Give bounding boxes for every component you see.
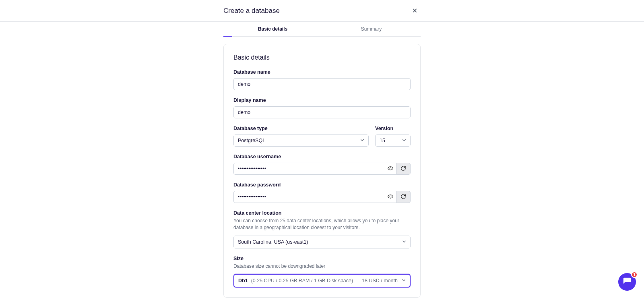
- modal-title: Create a database: [223, 7, 280, 15]
- db-username-label: Database username: [233, 154, 411, 159]
- db-username-input[interactable]: [233, 163, 384, 175]
- location-value: South Carolina, USA (us-east1): [238, 239, 308, 245]
- size-spec: (0.25 CPU / 0.25 GB RAM / 1 GB Disk spac…: [251, 278, 353, 284]
- refresh-icon: [400, 194, 406, 201]
- close-button[interactable]: ✕: [409, 5, 421, 16]
- chevron-down-icon: [402, 278, 406, 284]
- size-help: Database size cannot be downgraded later: [233, 263, 411, 270]
- reveal-username-button[interactable]: [384, 163, 396, 175]
- tab-summary[interactable]: Summary: [322, 22, 421, 36]
- regenerate-password-button[interactable]: [396, 191, 411, 203]
- tab-basic-details[interactable]: Basic details: [223, 22, 322, 36]
- tab-underline: [223, 36, 232, 37]
- support-chat-button[interactable]: 1: [618, 273, 636, 291]
- refresh-icon: [400, 166, 406, 172]
- svg-point-0: [390, 168, 391, 169]
- db-name-label: Database name: [233, 69, 411, 75]
- display-name-input[interactable]: [233, 106, 411, 118]
- db-type-label: Database type: [233, 126, 369, 131]
- db-password-label: Database password: [233, 182, 411, 188]
- basic-details-panel: Basic details Database name Display name…: [223, 44, 421, 298]
- svg-point-1: [390, 196, 391, 197]
- section-title: Basic details: [233, 54, 411, 61]
- chat-icon: [623, 277, 632, 287]
- location-label: Data center location: [233, 210, 411, 216]
- db-name-input[interactable]: [233, 78, 411, 90]
- eye-icon: [388, 166, 393, 172]
- location-select[interactable]: South Carolina, USA (us-east1): [233, 236, 411, 248]
- eye-icon: [388, 194, 393, 201]
- close-icon: ✕: [412, 7, 417, 14]
- modal-header: Create a database ✕: [0, 0, 644, 22]
- chevron-down-icon: [402, 239, 406, 245]
- regenerate-username-button[interactable]: [396, 163, 411, 175]
- size-price: 18 USD / month: [362, 278, 398, 284]
- chevron-down-icon: [360, 138, 364, 143]
- size-name: Db1: [238, 278, 248, 284]
- version-value: 15: [380, 138, 385, 143]
- db-type-select[interactable]: PostgreSQL: [233, 135, 369, 147]
- size-label: Size: [233, 256, 411, 261]
- db-type-value: PostgreSQL: [238, 138, 265, 143]
- wizard-tabs: Basic details Summary: [223, 22, 421, 37]
- display-name-label: Display name: [233, 97, 411, 103]
- reveal-password-button[interactable]: [384, 191, 396, 203]
- version-label: Version: [375, 126, 411, 131]
- location-help: You can choose from 25 data center locat…: [233, 217, 411, 232]
- size-select[interactable]: Db1 (0.25 CPU / 0.25 GB RAM / 1 GB Disk …: [233, 274, 411, 288]
- chevron-down-icon: [402, 138, 406, 143]
- version-select[interactable]: 15: [375, 135, 411, 147]
- chat-badge: 1: [631, 271, 638, 278]
- db-password-input[interactable]: [233, 191, 384, 203]
